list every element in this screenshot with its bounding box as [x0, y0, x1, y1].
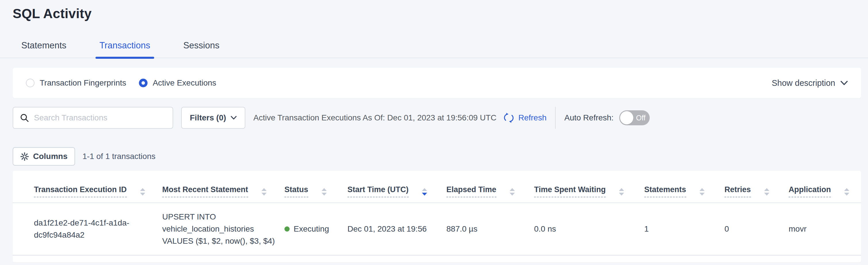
sort-icon	[140, 188, 145, 195]
column-header-application[interactable]: Application	[788, 185, 854, 203]
table-header-row: Transaction Execution ID Most Recent Sta…	[13, 171, 861, 203]
tab-statements[interactable]: Statements	[21, 40, 66, 58]
show-description-button[interactable]: Show description	[772, 78, 848, 88]
as-of-timestamp: Active Transaction Executions As Of: Dec…	[253, 113, 496, 123]
search-input[interactable]	[34, 113, 166, 123]
chevron-down-icon	[840, 81, 848, 85]
tab-bar: Statements Transactions Sessions	[0, 38, 868, 58]
status-executing-dot-icon	[284, 227, 290, 232]
table-row[interactable]: da1f21e2-de71-4c1f-a1da-dc9fc94a84a2 UPS…	[13, 203, 861, 256]
refresh-label: Refresh	[518, 113, 547, 123]
results-count: 1-1 of 1 transactions	[83, 152, 156, 161]
column-header-start-time[interactable]: Start Time (UTC)	[347, 185, 446, 203]
status-label: Executing	[293, 223, 329, 235]
refresh-icon	[503, 112, 515, 124]
toggle-state-label: Off	[636, 114, 646, 122]
cell-start-time: Dec 01, 2023 at 19:56	[347, 223, 446, 235]
cell-retries: 0	[724, 223, 788, 235]
cell-time-spent-waiting: 0.0 ns	[534, 223, 644, 235]
radio-unselected-icon[interactable]	[26, 79, 34, 87]
column-header-elapsed-time[interactable]: Elapsed Time	[446, 185, 534, 203]
radio-selected-icon[interactable]	[139, 79, 148, 87]
tab-transactions[interactable]: Transactions	[99, 40, 150, 58]
cell-transaction-execution-id: da1f21e2-de71-4c1f-a1da-dc9fc94a84a2	[34, 217, 162, 241]
auto-refresh-label: Auto Refresh:	[564, 113, 614, 123]
radio-active-executions[interactable]: Active Executions	[139, 78, 216, 87]
gear-icon	[20, 152, 29, 161]
column-header-statements[interactable]: Statements	[644, 185, 724, 203]
radio-transaction-fingerprints[interactable]: Transaction Fingerprints	[26, 78, 126, 87]
view-mode-radio-group: Transaction Fingerprints Active Executio…	[26, 78, 216, 87]
show-description-label: Show description	[772, 78, 835, 88]
transactions-table: Transaction Execution ID Most Recent Sta…	[13, 171, 861, 262]
sort-icon	[509, 188, 515, 195]
radio-label: Transaction Fingerprints	[40, 78, 126, 87]
column-header-most-recent-statement[interactable]: Most Recent Statement	[162, 185, 284, 203]
sort-icon	[764, 188, 769, 195]
cell-statements: 1	[644, 223, 724, 235]
chevron-down-icon	[231, 116, 237, 120]
filters-label: Filters (0)	[190, 113, 226, 123]
columns-button[interactable]: Columns	[13, 147, 75, 166]
cell-application: movr	[788, 223, 854, 235]
sort-icon-active-desc	[422, 188, 427, 195]
cell-most-recent-statement: UPSERT INTO vehicle_location_histories V…	[162, 211, 284, 247]
sort-icon	[700, 188, 705, 195]
column-header-status[interactable]: Status	[284, 185, 347, 203]
search-icon	[20, 113, 29, 123]
refresh-button[interactable]: Refresh	[503, 112, 547, 124]
cell-status: Executing	[284, 223, 347, 235]
sort-icon	[261, 188, 267, 195]
page-title: SQL Activity	[13, 6, 92, 21]
sort-icon	[619, 188, 624, 195]
columns-button-label: Columns	[33, 152, 68, 161]
tab-sessions[interactable]: Sessions	[183, 40, 219, 58]
vertical-divider	[555, 107, 556, 129]
radio-label: Active Executions	[153, 78, 216, 87]
toggle-knob	[620, 111, 633, 125]
sort-icon	[844, 188, 849, 195]
filters-button[interactable]: Filters (0)	[181, 107, 245, 129]
column-header-retries[interactable]: Retries	[724, 185, 788, 203]
column-header-transaction-execution-id[interactable]: Transaction Execution ID	[34, 185, 162, 203]
table-toolbar: Columns 1-1 of 1 transactions	[13, 147, 155, 166]
view-mode-card: Transaction Fingerprints Active Executio…	[13, 68, 861, 98]
controls-row: Filters (0) Active Transaction Execution…	[13, 107, 861, 129]
cell-elapsed-time: 887.0 µs	[446, 223, 534, 235]
search-box[interactable]	[13, 107, 173, 129]
sort-icon	[321, 188, 327, 195]
auto-refresh-toggle[interactable]: Off	[619, 110, 650, 125]
column-header-time-spent-waiting[interactable]: Time Spent Waiting	[534, 185, 644, 203]
